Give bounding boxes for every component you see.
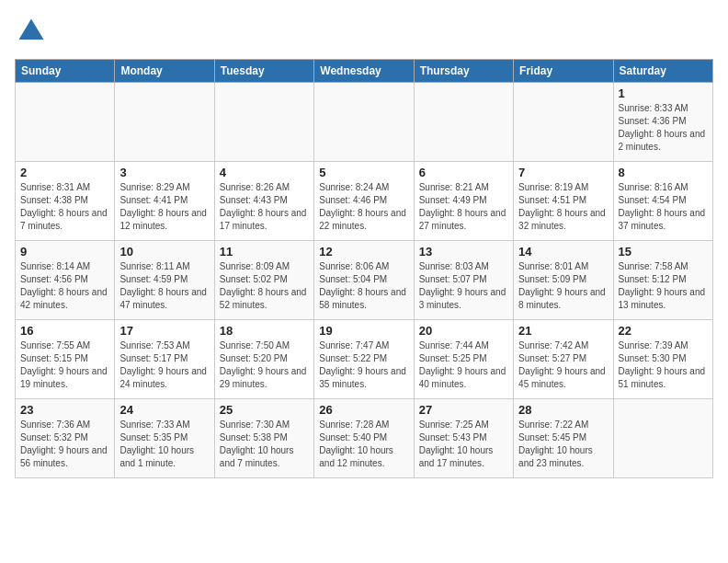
calendar-cell: 14Sunrise: 8:01 AM Sunset: 5:09 PM Dayli…: [514, 241, 613, 320]
day-info: Sunrise: 7:25 AM Sunset: 5:43 PM Dayligh…: [419, 419, 508, 470]
calendar-cell: 17Sunrise: 7:53 AM Sunset: 5:17 PM Dayli…: [115, 320, 214, 399]
calendar-cell: 23Sunrise: 7:36 AM Sunset: 5:32 PM Dayli…: [16, 399, 115, 478]
day-number: 1: [619, 86, 708, 100]
calendar-cell: 19Sunrise: 7:47 AM Sunset: 5:22 PM Dayli…: [314, 320, 414, 399]
day-info: Sunrise: 7:30 AM Sunset: 5:38 PM Dayligh…: [220, 419, 309, 470]
calendar-cell: 4Sunrise: 8:26 AM Sunset: 4:43 PM Daylig…: [214, 162, 313, 241]
day-number: 14: [518, 245, 608, 259]
day-info: Sunrise: 7:58 AM Sunset: 5:12 PM Dayligh…: [619, 260, 708, 312]
calendar-cell: 26Sunrise: 7:28 AM Sunset: 5:40 PM Dayli…: [314, 399, 414, 478]
day-number: 27: [419, 403, 508, 417]
day-number: 22: [619, 324, 708, 338]
header-friday: Friday: [514, 60, 613, 83]
day-number: 19: [319, 324, 408, 338]
calendar-cell: 5Sunrise: 8:24 AM Sunset: 4:46 PM Daylig…: [314, 162, 414, 241]
calendar-cell: 27Sunrise: 7:25 AM Sunset: 5:43 PM Dayli…: [414, 399, 513, 478]
week-row-1: 2Sunrise: 8:31 AM Sunset: 4:38 PM Daylig…: [16, 162, 713, 241]
header: [15, 15, 713, 48]
day-info: Sunrise: 8:03 AM Sunset: 5:07 PM Dayligh…: [419, 260, 508, 312]
calendar-cell: 13Sunrise: 8:03 AM Sunset: 5:07 PM Dayli…: [414, 241, 513, 320]
day-number: 4: [220, 166, 309, 179]
day-info: Sunrise: 7:44 AM Sunset: 5:25 PM Dayligh…: [419, 339, 508, 391]
day-info: Sunrise: 7:22 AM Sunset: 5:45 PM Dayligh…: [518, 419, 608, 470]
day-info: Sunrise: 7:39 AM Sunset: 5:30 PM Dayligh…: [619, 339, 708, 391]
day-info: Sunrise: 7:36 AM Sunset: 5:32 PM Dayligh…: [20, 419, 109, 470]
header-wednesday: Wednesday: [314, 60, 414, 83]
day-info: Sunrise: 8:16 AM Sunset: 4:54 PM Dayligh…: [619, 181, 708, 233]
day-number: 11: [220, 245, 309, 259]
calendar-cell: 10Sunrise: 8:11 AM Sunset: 4:59 PM Dayli…: [115, 241, 214, 320]
week-row-2: 9Sunrise: 8:14 AM Sunset: 4:56 PM Daylig…: [16, 241, 713, 320]
day-number: 16: [20, 324, 109, 338]
calendar-cell: 25Sunrise: 7:30 AM Sunset: 5:38 PM Dayli…: [214, 399, 313, 478]
day-info: Sunrise: 8:14 AM Sunset: 4:56 PM Dayligh…: [20, 260, 109, 312]
calendar-cell: 22Sunrise: 7:39 AM Sunset: 5:30 PM Dayli…: [613, 320, 712, 399]
week-row-4: 23Sunrise: 7:36 AM Sunset: 5:32 PM Dayli…: [16, 399, 713, 478]
calendar-cell: 12Sunrise: 8:06 AM Sunset: 5:04 PM Dayli…: [314, 241, 414, 320]
logo: [15, 15, 51, 48]
day-info: Sunrise: 7:47 AM Sunset: 5:22 PM Dayligh…: [319, 339, 408, 391]
day-number: 7: [518, 166, 608, 179]
day-info: Sunrise: 7:42 AM Sunset: 5:27 PM Dayligh…: [518, 339, 608, 391]
calendar-cell: [613, 399, 712, 478]
day-number: 20: [419, 324, 508, 338]
day-info: Sunrise: 7:33 AM Sunset: 5:35 PM Dayligh…: [119, 419, 209, 470]
calendar-cell: [214, 83, 313, 162]
calendar-cell: [314, 83, 414, 162]
day-number: 12: [319, 245, 408, 259]
day-number: 13: [419, 245, 508, 259]
day-info: Sunrise: 7:55 AM Sunset: 5:15 PM Dayligh…: [20, 339, 109, 391]
calendar-cell: 2Sunrise: 8:31 AM Sunset: 4:38 PM Daylig…: [16, 162, 115, 241]
day-info: Sunrise: 7:50 AM Sunset: 5:20 PM Dayligh…: [220, 339, 309, 391]
calendar-cell: 11Sunrise: 8:09 AM Sunset: 5:02 PM Dayli…: [214, 241, 313, 320]
logo-icon: [15, 15, 48, 48]
day-number: 18: [220, 324, 309, 338]
day-number: 3: [119, 166, 209, 179]
day-number: 10: [119, 245, 209, 259]
day-info: Sunrise: 8:06 AM Sunset: 5:04 PM Dayligh…: [319, 260, 408, 312]
day-number: 6: [419, 166, 508, 179]
day-info: Sunrise: 8:11 AM Sunset: 4:59 PM Dayligh…: [119, 260, 209, 312]
calendar-cell: [115, 83, 214, 162]
calendar-cell: 20Sunrise: 7:44 AM Sunset: 5:25 PM Dayli…: [414, 320, 513, 399]
day-info: Sunrise: 8:24 AM Sunset: 4:46 PM Dayligh…: [319, 181, 408, 233]
day-number: 23: [20, 403, 109, 417]
day-number: 21: [518, 324, 608, 338]
header-tuesday: Tuesday: [214, 60, 313, 83]
calendar-table: SundayMondayTuesdayWednesdayThursdayFrid…: [15, 59, 713, 478]
day-number: 24: [119, 403, 209, 417]
calendar-cell: 16Sunrise: 7:55 AM Sunset: 5:15 PM Dayli…: [16, 320, 115, 399]
calendar-cell: 21Sunrise: 7:42 AM Sunset: 5:27 PM Dayli…: [514, 320, 613, 399]
day-number: 15: [619, 245, 708, 259]
day-number: 8: [619, 166, 708, 179]
day-info: Sunrise: 8:01 AM Sunset: 5:09 PM Dayligh…: [518, 260, 608, 312]
day-number: 28: [518, 403, 608, 417]
calendar-cell: [16, 83, 115, 162]
calendar-cell: 1Sunrise: 8:33 AM Sunset: 4:36 PM Daylig…: [613, 83, 712, 162]
calendar-cell: 7Sunrise: 8:19 AM Sunset: 4:51 PM Daylig…: [514, 162, 613, 241]
day-number: 5: [319, 166, 408, 179]
calendar-cell: 28Sunrise: 7:22 AM Sunset: 5:45 PM Dayli…: [514, 399, 613, 478]
header-saturday: Saturday: [613, 60, 712, 83]
day-number: 25: [220, 403, 309, 417]
day-info: Sunrise: 8:09 AM Sunset: 5:02 PM Dayligh…: [220, 260, 309, 312]
calendar-cell: 9Sunrise: 8:14 AM Sunset: 4:56 PM Daylig…: [16, 241, 115, 320]
calendar-cell: 6Sunrise: 8:21 AM Sunset: 4:49 PM Daylig…: [414, 162, 513, 241]
calendar-cell: [414, 83, 513, 162]
calendar-cell: [514, 83, 613, 162]
day-number: 9: [20, 245, 109, 259]
calendar-cell: 15Sunrise: 7:58 AM Sunset: 5:12 PM Dayli…: [613, 241, 712, 320]
day-number: 26: [319, 403, 408, 417]
calendar-cell: 18Sunrise: 7:50 AM Sunset: 5:20 PM Dayli…: [214, 320, 313, 399]
day-number: 2: [20, 166, 109, 179]
header-thursday: Thursday: [414, 60, 513, 83]
day-info: Sunrise: 8:31 AM Sunset: 4:38 PM Dayligh…: [20, 181, 109, 233]
calendar-cell: 24Sunrise: 7:33 AM Sunset: 5:35 PM Dayli…: [115, 399, 214, 478]
header-monday: Monday: [115, 60, 214, 83]
day-info: Sunrise: 7:53 AM Sunset: 5:17 PM Dayligh…: [119, 339, 209, 391]
header-sunday: Sunday: [16, 60, 115, 83]
day-info: Sunrise: 8:19 AM Sunset: 4:51 PM Dayligh…: [518, 181, 608, 233]
week-row-3: 16Sunrise: 7:55 AM Sunset: 5:15 PM Dayli…: [16, 320, 713, 399]
day-info: Sunrise: 8:26 AM Sunset: 4:43 PM Dayligh…: [220, 181, 309, 233]
day-number: 17: [119, 324, 209, 338]
